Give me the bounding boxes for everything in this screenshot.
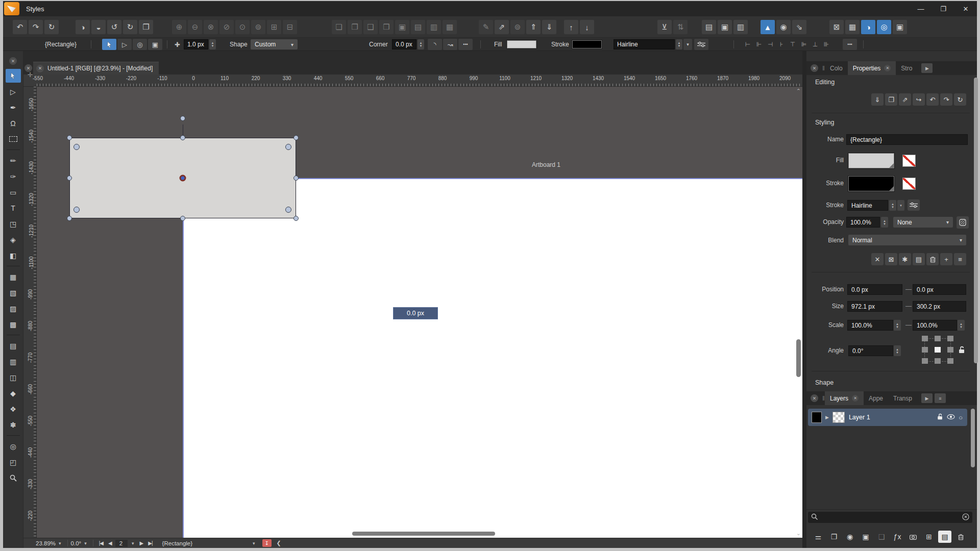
stroke-style-dropdown[interactable]: ▼	[897, 200, 904, 211]
shape-dropdown[interactable]: Custom▾	[251, 39, 298, 49]
insert-target-button[interactable]: ⊻	[657, 20, 672, 34]
compound-xor-button[interactable]: ❒	[379, 20, 394, 34]
undo-button[interactable]: ↶	[13, 20, 27, 34]
fx-settings-icon[interactable]: ✱	[899, 253, 911, 265]
layer-color-swatch[interactable]	[812, 412, 822, 423]
lasso-select-tool-button[interactable]: ◎	[133, 39, 147, 50]
angle-input[interactable]: 0.0°	[848, 345, 893, 356]
fill-gradient-tool[interactable]: ◈	[6, 233, 21, 246]
collapse-status-icon[interactable]: ❮	[277, 540, 281, 546]
adjustment-layer-icon[interactable]	[906, 531, 920, 543]
page-dropdown-icon[interactable]: ▾	[129, 541, 137, 546]
page-number[interactable]: 2	[115, 540, 128, 547]
scroll-up-icon[interactable]: ⌃	[796, 88, 801, 94]
transform-origin-point[interactable]	[180, 175, 186, 182]
tab-colour[interactable]: Colo	[825, 61, 848, 75]
export-selection-button[interactable]: ⇗	[495, 20, 509, 34]
canvas[interactable]: Artboard 1 0.0 px ⌃ ⌄	[37, 87, 802, 538]
opacity-mode-dropdown[interactable]: None▾	[893, 217, 953, 228]
nudge-stepper[interactable]: ▲▼	[209, 39, 216, 49]
tile-tool[interactable]: ◫	[6, 370, 21, 384]
rotation-dropdown-icon[interactable]: ▾	[81, 541, 90, 546]
align-bottom-icon[interactable]: ⊥	[810, 39, 820, 49]
anchor-cell[interactable]	[922, 336, 928, 341]
undo-edit-icon[interactable]: ↶	[926, 93, 939, 106]
duplicate-layer-icon[interactable]: ❐	[827, 531, 841, 543]
group-layers-icon[interactable]: ▣	[859, 531, 872, 543]
compound-mid-button[interactable]: ▥	[427, 20, 441, 34]
zoom-level[interactable]: 23.89%	[36, 540, 56, 546]
transparency-tool[interactable]: ◧	[6, 248, 21, 262]
geometry-combine-button[interactable]: ⊙	[235, 20, 250, 34]
pixel-persona-button[interactable]: ◉	[776, 20, 791, 34]
decoration-stamp-tool[interactable]: ✽	[6, 418, 21, 432]
stroke-style-input[interactable]: Hairline	[614, 39, 675, 49]
vector-persona-button[interactable]: ▲	[761, 20, 775, 34]
outline-view-button[interactable]: ◎	[877, 20, 891, 34]
fill-none-swatch[interactable]	[902, 155, 916, 167]
layer-visibility-eye-icon[interactable]	[947, 414, 955, 421]
search-input[interactable]	[818, 514, 962, 521]
close-panel-icon[interactable]: ✕	[811, 64, 818, 72]
distribute-icon[interactable]: ⊪	[821, 39, 831, 49]
corner-radius-handle[interactable]	[74, 207, 80, 213]
anchor-cell[interactable]	[947, 358, 953, 364]
selection-handle[interactable]	[293, 135, 299, 140]
rectangle-tool[interactable]: ▭	[6, 185, 21, 199]
stroke-style-stepper[interactable]: ▲▼	[889, 200, 896, 211]
add-layer-icon[interactable]: ⊞	[922, 531, 936, 543]
share-resource-icon[interactable]: ↪	[913, 93, 925, 106]
anchor-cell[interactable]	[947, 336, 953, 341]
add-style-icon[interactable]: +	[940, 253, 952, 265]
bring-to-front-button[interactable]: ⇑	[526, 20, 541, 34]
preview-panel-button[interactable]: ▥	[733, 20, 748, 34]
anchor-point-selector[interactable]	[922, 336, 953, 364]
character-panel-button[interactable]: ▤	[702, 20, 716, 34]
geometry-add-button[interactable]: ⊕	[172, 20, 186, 34]
layer-row[interactable]: ▶ Layer 1 ○	[808, 409, 967, 426]
align-left-icon[interactable]: ⊢	[743, 39, 753, 49]
rotation-handle[interactable]	[180, 116, 185, 121]
compound-back-button[interactable]: ▦	[443, 20, 457, 34]
move-tool-button[interactable]	[102, 39, 116, 50]
geometry-intersect-button[interactable]: ⊗	[204, 20, 218, 34]
close-layers-tab-icon[interactable]: ✕	[852, 395, 859, 402]
more-layer-tabs-button[interactable]: ▶	[921, 393, 933, 403]
scale-x-stepper[interactable]: ▲▼	[894, 320, 901, 331]
shape-builder-tool[interactable]: ❖	[6, 402, 21, 416]
warp-map-tool[interactable]: ▥	[6, 355, 21, 368]
texture-icon[interactable]	[957, 216, 969, 229]
delete-layer-icon[interactable]	[954, 531, 967, 543]
compound-subtract-button[interactable]: ❐	[348, 20, 362, 34]
anchor-cell-selected[interactable]	[935, 347, 941, 353]
artboard[interactable]	[183, 178, 802, 538]
selection-handle[interactable]	[180, 135, 185, 140]
clear-all-icon[interactable]: ⊠	[885, 253, 897, 265]
new-vector-layer-icon[interactable]: ▤	[938, 531, 951, 543]
text-tool[interactable]: T	[6, 201, 21, 215]
position-x-input[interactable]: 0.0 px	[847, 284, 902, 295]
layer-lock-icon[interactable]	[937, 413, 943, 421]
transform-mode-tool-button[interactable]: ▣	[148, 39, 162, 50]
assets-panel-button[interactable]: ▣	[718, 20, 732, 34]
mask-layer-icon[interactable]: ❑	[875, 531, 888, 543]
mask-mode-button[interactable]: ⊠	[829, 20, 844, 34]
corner-round-button[interactable]: ◝	[428, 39, 442, 50]
fill-swatch[interactable]	[848, 153, 894, 168]
pattern-tool[interactable]: ▤	[6, 339, 21, 353]
geometry-xor-button[interactable]: ⊞	[267, 20, 281, 34]
scale-y-stepper[interactable]: ▲▼	[958, 320, 965, 331]
rotate-ccw-button[interactable]: ↺	[107, 20, 121, 34]
cycle-selection-button[interactable]: ⇅	[673, 20, 688, 34]
vertical-ruler[interactable]: -1650-1540-1430-1320-1210-1100-990-880-7…	[23, 87, 37, 538]
align-right-icon[interactable]: ⊣	[765, 39, 775, 49]
delete-style-icon[interactable]	[926, 253, 939, 265]
vector-brush-tool[interactable]: ✑	[6, 169, 21, 183]
corner-radius-handle[interactable]	[285, 207, 291, 213]
stroke-settings-icon[interactable]	[908, 199, 920, 211]
rotate-cw-button[interactable]: ↻	[123, 20, 137, 34]
edit-shape-button[interactable]: ✎	[479, 20, 493, 34]
move-tool[interactable]	[6, 69, 21, 83]
corner-more-button[interactable]: •••	[458, 39, 473, 50]
canvas-horizontal-scrollbar[interactable]	[352, 532, 495, 536]
